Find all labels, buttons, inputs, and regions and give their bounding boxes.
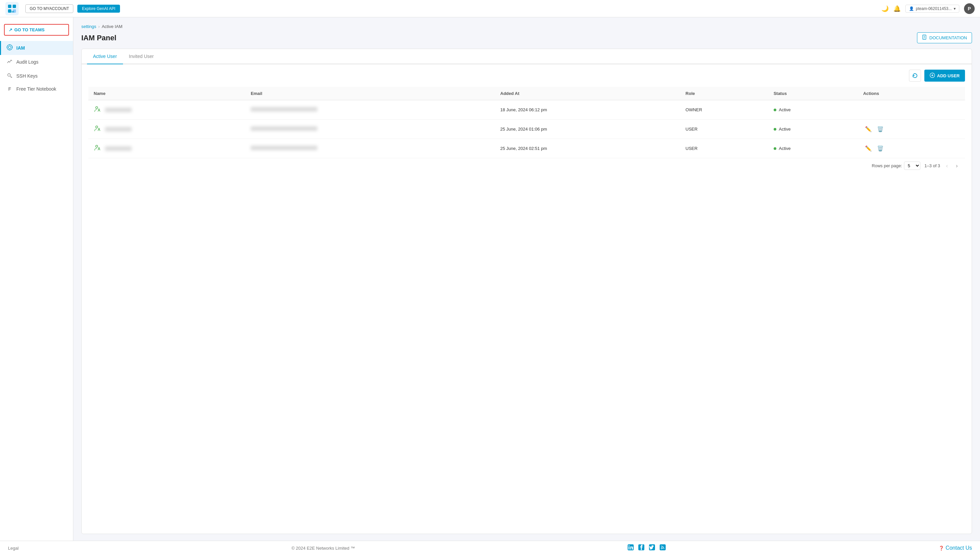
refresh-icon bbox=[912, 73, 918, 79]
table-cell-status: Active bbox=[768, 100, 858, 120]
teams-btn-label: GO TO TEAMS bbox=[14, 27, 45, 32]
panel-body: ADD USER Name Email Added At Role Status… bbox=[82, 64, 972, 178]
table-row: 25 June, 2024 01:06 pmUSER Active ✏️ 🗑️ bbox=[88, 120, 965, 139]
sidebar-item-ssh-keys[interactable]: SSH Keys bbox=[0, 69, 73, 83]
refresh-button[interactable] bbox=[909, 70, 921, 82]
account-dropdown[interactable]: 👤 pteam-062011453... ▾ bbox=[905, 5, 959, 13]
svg-rect-30 bbox=[629, 547, 630, 550]
col-actions: Actions bbox=[858, 87, 965, 100]
col-email: Email bbox=[245, 87, 495, 100]
next-page-button[interactable]: › bbox=[954, 162, 960, 170]
col-status: Status bbox=[768, 87, 858, 100]
svg-rect-0 bbox=[5, 2, 19, 15]
avatar: P bbox=[964, 3, 975, 14]
documentation-button[interactable]: DOCUMENTATION bbox=[917, 32, 972, 43]
contact-us-link[interactable]: Contact Us bbox=[946, 545, 972, 551]
user-email-blurred bbox=[251, 107, 317, 112]
table-cell-name bbox=[88, 120, 245, 139]
rows-per-page-label: Rows per page: bbox=[872, 163, 902, 168]
table-cell-role: USER bbox=[680, 139, 768, 158]
users-table: Name Email Added At Role Status Actions bbox=[88, 87, 965, 158]
table-cell-added-at: 25 June, 2024 01:06 pm bbox=[495, 120, 680, 139]
user-email-blurred bbox=[251, 126, 317, 131]
page-header: IAM Panel DOCUMENTATION bbox=[81, 32, 972, 43]
panel-actions: ADD USER bbox=[88, 70, 965, 82]
breadcrumb-settings-link[interactable]: settings bbox=[81, 24, 96, 29]
account-icon: 👤 bbox=[909, 6, 914, 11]
svg-point-24 bbox=[98, 109, 100, 110]
main-content: settings › Active IAM IAM Panel DOCUMENT… bbox=[73, 17, 980, 541]
edit-user-button[interactable]: ✏️ bbox=[863, 144, 874, 152]
table-header: Name Email Added At Role Status Actions bbox=[88, 87, 965, 100]
table-row: 25 June, 2024 02:51 pmUSER Active ✏️ 🗑️ bbox=[88, 139, 965, 158]
col-added-at: Added At bbox=[495, 87, 680, 100]
sidebar-free-tier-label: Free Tier Notebook bbox=[16, 86, 56, 91]
free-tier-icon: F bbox=[6, 86, 13, 91]
status-label: Active bbox=[779, 146, 790, 151]
sidebar-audit-label: Audit Logs bbox=[16, 59, 39, 65]
footer-copyright: © 2024 E2E Networks Limited ™ bbox=[291, 546, 355, 551]
svg-point-35 bbox=[661, 549, 662, 549]
facebook-icon[interactable] bbox=[638, 544, 644, 552]
add-user-button[interactable]: ADD USER bbox=[924, 70, 965, 82]
iam-icon bbox=[6, 44, 13, 51]
teams-icon: ↗ bbox=[9, 27, 12, 32]
table-body: 18 June, 2024 06:12 pmOWNER Active 25 Ju… bbox=[88, 100, 965, 158]
rows-per-page: Rows per page: 5 10 25 bbox=[872, 162, 921, 170]
status-label: Active bbox=[779, 127, 790, 132]
rss-icon[interactable] bbox=[660, 544, 666, 552]
sidebar-item-free-tier[interactable]: F Free Tier Notebook bbox=[0, 83, 73, 95]
status-active-dot bbox=[774, 147, 776, 150]
tab-active-user[interactable]: Active User bbox=[87, 49, 123, 64]
svg-point-9 bbox=[9, 50, 10, 50]
prev-page-button[interactable]: ‹ bbox=[944, 162, 949, 170]
table-cell-email bbox=[245, 120, 495, 139]
table-cell-actions: ✏️ 🗑️ bbox=[858, 139, 965, 158]
delete-user-button[interactable]: 🗑️ bbox=[875, 144, 886, 152]
top-nav-right: 🌙 🔔 👤 pteam-062011453... ▾ P bbox=[881, 3, 975, 14]
sidebar-item-iam[interactable]: IAM bbox=[0, 41, 73, 55]
footer-contact[interactable]: ❓ Contact Us bbox=[939, 545, 972, 551]
svg-point-6 bbox=[7, 45, 12, 50]
svg-rect-34 bbox=[660, 544, 666, 550]
logo: TIR bbox=[5, 2, 19, 15]
user-name-blurred bbox=[105, 146, 132, 151]
table-cell-name bbox=[88, 139, 245, 158]
panel-tabs: Active User Invited User bbox=[82, 49, 972, 64]
table-cell-added-at: 18 June, 2024 06:12 pm bbox=[495, 100, 680, 120]
go-to-teams-button[interactable]: ↗ GO TO TEAMS bbox=[4, 24, 69, 36]
add-user-plus-icon bbox=[930, 73, 935, 79]
breadcrumb: settings › Active IAM bbox=[81, 24, 972, 29]
notifications-button[interactable]: 🔔 bbox=[893, 5, 901, 12]
edit-user-button[interactable]: ✏️ bbox=[863, 125, 874, 133]
svg-point-26 bbox=[98, 128, 100, 130]
table-cell-actions: ✏️ 🗑️ bbox=[858, 120, 965, 139]
svg-point-23 bbox=[96, 107, 98, 109]
go-to-myaccount-button[interactable]: GO TO MYACCOUNT bbox=[25, 4, 73, 13]
status-active-dot bbox=[774, 109, 776, 111]
table-row: 18 June, 2024 06:12 pmOWNER Active bbox=[88, 100, 965, 120]
question-icon: ❓ bbox=[939, 546, 944, 551]
user-name-blurred bbox=[105, 127, 132, 132]
documentation-btn-label: DOCUMENTATION bbox=[929, 35, 967, 40]
linkedin-icon[interactable] bbox=[628, 544, 634, 552]
table-cell-added-at: 25 June, 2024 02:51 pm bbox=[495, 139, 680, 158]
table-cell-role: USER bbox=[680, 120, 768, 139]
breadcrumb-separator: › bbox=[98, 24, 100, 29]
footer-legal[interactable]: Legal bbox=[8, 546, 19, 551]
dark-mode-toggle[interactable]: 🌙 bbox=[881, 5, 888, 12]
svg-text:TIR: TIR bbox=[10, 10, 14, 13]
footer-social bbox=[628, 544, 666, 552]
rows-per-page-select[interactable]: 5 10 25 bbox=[904, 162, 921, 170]
table-cell-status: Active bbox=[768, 120, 858, 139]
user-avatar-icon bbox=[94, 124, 102, 134]
svg-point-31 bbox=[629, 545, 630, 546]
tab-invited-user[interactable]: Invited User bbox=[123, 49, 160, 64]
twitter-icon[interactable] bbox=[649, 544, 655, 552]
user-avatar-icon bbox=[94, 105, 102, 115]
pagination-range: 1–3 of 3 bbox=[924, 163, 940, 168]
svg-rect-1 bbox=[8, 5, 11, 8]
explore-genai-button[interactable]: Explore GenAI API bbox=[77, 5, 120, 13]
delete-user-button[interactable]: 🗑️ bbox=[875, 125, 886, 133]
sidebar-item-audit-logs[interactable]: Audit Logs bbox=[0, 55, 73, 69]
